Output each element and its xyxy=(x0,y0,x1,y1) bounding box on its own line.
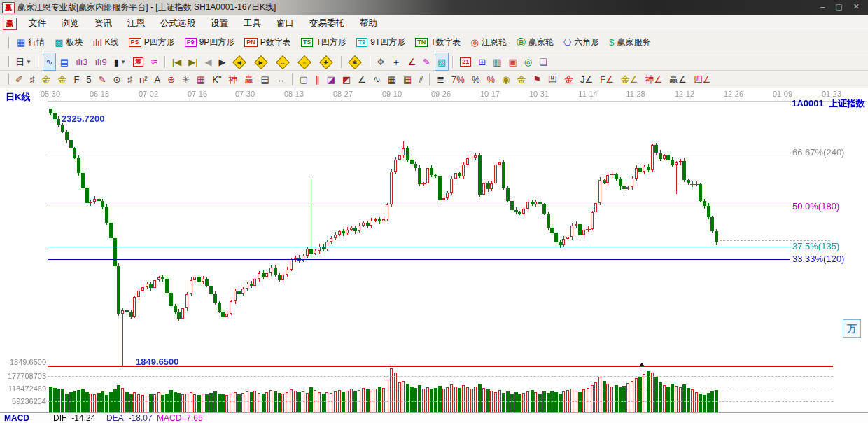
compress-button[interactable]: ⇔ xyxy=(295,53,316,71)
gann-fan-circle-tool[interactable]: ⊕ xyxy=(164,70,178,88)
gann-grid-small-tool[interactable]: ♯ xyxy=(27,70,38,88)
j-angle-tool[interactable]: J∠ xyxy=(578,70,596,88)
fan-lines-tool[interactable]: ∥ xyxy=(312,70,323,88)
region-select-button[interactable]: ▧ xyxy=(435,53,449,71)
compass-pencil-tool[interactable]: ✎ xyxy=(96,70,109,88)
watermark-badge[interactable]: 万 xyxy=(843,319,861,338)
zoom-horizontal-button-icon: ↔ xyxy=(276,55,290,69)
zigzag-tool[interactable]: ∿ xyxy=(370,70,384,88)
shift-right-button[interactable]: ▶ xyxy=(252,53,272,71)
quotes-button[interactable]: ▦行情 xyxy=(13,34,49,52)
winner-wheel-button[interactable]: Ⓑ赢家轮 xyxy=(512,34,558,52)
n-square-tool[interactable]: n² xyxy=(136,70,150,88)
gold-lines-tool[interactable]: 金 xyxy=(514,70,528,88)
p9-square-button[interactable]: P99P四方形 xyxy=(181,34,239,52)
k-marker-tool[interactable]: K" xyxy=(209,70,224,88)
t9-square-button[interactable]: T99T四方形 xyxy=(352,34,410,52)
calculator-button[interactable]: ⊞ xyxy=(475,53,489,71)
period-day-button[interactable]: 日▼ xyxy=(13,53,34,71)
pencil-tool[interactable]: ✐ xyxy=(13,70,26,88)
menu-item-8[interactable]: 窗口 xyxy=(269,15,302,32)
measure-horizontal-tool[interactable]: ↔ xyxy=(274,70,288,88)
gold-red-tool[interactable]: 金 xyxy=(561,70,576,88)
menu-item-4[interactable]: 江恩 xyxy=(120,15,153,32)
notes-button[interactable]: ▥ xyxy=(490,53,504,71)
web-export-button[interactable]: ◎ xyxy=(522,53,535,71)
fan-square-1-tool[interactable]: ◪ xyxy=(324,70,338,88)
data-transfer-button[interactable]: ❏ xyxy=(536,53,550,71)
menu-item-6[interactable]: 设置 xyxy=(203,15,236,32)
fan-square-2-tool[interactable]: ◩ xyxy=(340,70,354,88)
sectors-button[interactable]: ▩板块 xyxy=(50,34,87,52)
price-distribution-button[interactable]: ≋ xyxy=(148,53,161,71)
menu-item-3[interactable]: 资讯 xyxy=(87,15,120,32)
hexagon-button[interactable]: ⎔六角形 xyxy=(559,34,603,52)
page-back-button[interactable]: ◀ xyxy=(202,53,215,71)
menu-item-9[interactable]: 交易委托 xyxy=(302,15,352,32)
star-wheel-tool[interactable]: ✳ xyxy=(179,70,192,88)
gold-grid-2-tool[interactable]: 金 xyxy=(55,70,69,88)
percent-tool[interactable]: % xyxy=(469,70,483,88)
angle-lines-tool[interactable]: ∠ xyxy=(355,70,369,88)
gold-angle-tool[interactable]: 金∠ xyxy=(618,70,641,88)
si-angle-tool[interactable]: 四∠ xyxy=(691,70,714,88)
ying-tool[interactable]: 赢 xyxy=(242,70,257,88)
menu-item-10[interactable]: 帮助 xyxy=(352,15,385,32)
chip-distribution-button[interactable]: 筹 xyxy=(130,53,146,71)
rect-tool[interactable]: ▢ xyxy=(297,70,311,88)
chart-3-button[interactable]: ılı3 xyxy=(73,53,90,71)
gold-circle-tool[interactable]: ◉ xyxy=(499,70,512,88)
calendar-button[interactable]: 21 xyxy=(457,53,474,71)
a-angle-tool[interactable]: A xyxy=(151,70,163,88)
si-angle-tool-icon: 四∠ xyxy=(694,74,711,85)
price-levels-tool[interactable]: ≣ xyxy=(434,70,447,88)
page-forward-button[interactable]: ▶ xyxy=(216,53,229,71)
ruler-grid-tool[interactable]: ▤ xyxy=(258,70,272,88)
time-cycle-tool[interactable]: ⊙ xyxy=(111,70,124,88)
last-page-button[interactable]: ▶| xyxy=(186,53,200,71)
crosshair-button[interactable]: ＋ xyxy=(388,53,403,71)
shen-tool[interactable]: 神 xyxy=(226,70,241,88)
percent-7-tool[interactable]: 7% xyxy=(449,70,468,88)
first-page-button[interactable]: |◀ xyxy=(169,53,184,71)
zoom-horizontal-button[interactable]: ↔ xyxy=(274,53,294,71)
menu-item-7[interactable]: 工具 xyxy=(236,15,269,32)
gann-grid-large-tool[interactable]: ♯ xyxy=(125,70,135,88)
expand-button[interactable]: ✚ xyxy=(317,53,337,71)
window-controls[interactable]: – ▢ ✕ xyxy=(820,2,864,11)
gold-grid-1-tool[interactable]: 金 xyxy=(38,70,53,88)
concave-tool[interactable]: 凹 xyxy=(545,70,560,88)
t-square-button[interactable]: TST四方形 xyxy=(297,34,351,52)
candle-type-button[interactable]: ▮▼ xyxy=(111,53,129,71)
winner-service-button[interactable]: $赢家服务 xyxy=(605,34,654,52)
center-view-button[interactable]: ✱ xyxy=(346,53,366,71)
save-button[interactable]: ▣ xyxy=(506,53,520,71)
square-wheel-tool[interactable]: ▦ xyxy=(194,70,208,88)
draw-pen-button[interactable]: ✎ xyxy=(420,53,433,71)
grid-tool[interactable]: ▦ xyxy=(385,70,399,88)
timeshare-button[interactable]: ∿ xyxy=(43,53,56,71)
percent-red-tool[interactable]: % xyxy=(484,70,498,88)
ying-angle-tool[interactable]: 赢∠ xyxy=(666,70,690,88)
shen-angle-tool[interactable]: 神∠ xyxy=(642,70,665,88)
gann-wheel-button[interactable]: ◎江恩轮 xyxy=(467,34,511,52)
chart-9-button[interactable]: ılı9 xyxy=(92,53,109,71)
menu-item-1[interactable]: 文件 xyxy=(21,15,54,32)
p-number-table-button[interactable]: PNP数字表 xyxy=(240,34,295,52)
menu-item-5[interactable]: 公式选股 xyxy=(153,15,203,32)
t-number-table-button[interactable]: TNT数字表 xyxy=(411,34,465,52)
menu-item-2[interactable]: 浏览 xyxy=(54,15,87,32)
f-grid-tool[interactable]: F xyxy=(71,70,82,88)
grid-red-tool[interactable]: ▦ xyxy=(400,70,414,88)
f-angle-tool[interactable]: F∠ xyxy=(597,70,617,88)
info-doc-button[interactable]: ▤ xyxy=(57,53,71,71)
flag-pencil-tool[interactable]: ⚑ xyxy=(530,70,544,88)
pan-hand-button[interactable]: ✥ xyxy=(374,53,388,71)
angle-measure-button[interactable]: ∠ xyxy=(405,53,419,71)
spiral-5-tool[interactable]: 5 xyxy=(83,70,94,88)
p-square-button[interactable]: PSP四方形 xyxy=(125,34,179,52)
parallel-lines-tool[interactable]: ⫽ xyxy=(416,70,426,88)
kline-button[interactable]: ılılK线 xyxy=(89,34,123,52)
shift-left-button[interactable]: ◀ xyxy=(230,53,251,71)
indicator-label[interactable]: MACD xyxy=(4,413,29,423)
